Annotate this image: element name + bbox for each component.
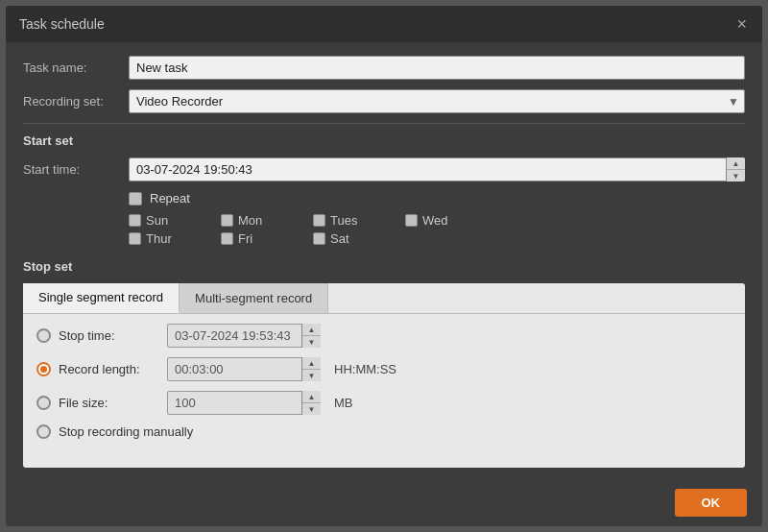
file-size-row: File size: ▲ ▼ MB [36, 391, 732, 415]
record-length-unit: HH:MM:SS [334, 362, 396, 376]
ok-button[interactable]: OK [675, 489, 748, 517]
record-length-radio[interactable] [36, 362, 51, 376]
stop-time-up-button[interactable]: ▲ [302, 324, 321, 336]
day-checkbox-tues[interactable] [313, 214, 325, 227]
repeat-area: Repeat [129, 191, 745, 206]
dialog-title: Task schedule [19, 16, 105, 32]
stop-time-input[interactable] [167, 324, 321, 348]
file-size-spinners: ▲ ▼ [301, 391, 321, 415]
stop-set-area: Single segment record Multi-segment reco… [23, 283, 745, 468]
file-size-up-button[interactable]: ▲ [302, 391, 321, 403]
dialog-footer: OK [6, 481, 762, 526]
stop-options: Stop time: ▲ ▼ Record length: [23, 314, 745, 458]
start-time-wrapper: ▲ ▼ [129, 157, 745, 181]
day-checkbox-thur[interactable] [129, 232, 141, 245]
record-length-label: Record length: [59, 362, 159, 376]
stop-manual-row: Stop recording manually [36, 424, 732, 439]
repeat-checkbox[interactable] [129, 192, 142, 206]
record-length-down-button[interactable]: ▼ [302, 370, 321, 381]
stop-time-label: Stop time: [59, 328, 159, 343]
record-length-spinners: ▲ ▼ [301, 357, 321, 381]
stop-manual-label: Stop recording manually [59, 424, 193, 439]
day-item-thur: Thur [129, 231, 215, 246]
tabs-row: Single segment record Multi-segment reco… [23, 283, 745, 314]
file-size-input[interactable] [167, 391, 321, 415]
start-time-up-button[interactable]: ▲ [727, 157, 745, 170]
start-set-title: Start set [23, 133, 745, 148]
stop-time-spinner-wrapper: ▲ ▼ [167, 324, 321, 348]
divider-1 [23, 123, 745, 124]
task-name-label: Task name: [23, 60, 129, 75]
start-time-down-button[interactable]: ▼ [727, 170, 745, 181]
day-checkbox-wed[interactable] [405, 214, 418, 227]
repeat-label: Repeat [150, 191, 190, 206]
day-label-mon: Mon [238, 213, 262, 228]
day-checkbox-fri[interactable] [221, 232, 233, 245]
recording-set-select[interactable]: Video Recorder [129, 89, 745, 113]
days-grid: Sun Mon Tues Wed Thur Fri [129, 213, 745, 246]
day-checkbox-mon[interactable] [221, 214, 233, 227]
recording-set-row: Recording set: Video Recorder ▼ [23, 89, 745, 113]
recording-set-wrapper: Video Recorder ▼ [129, 89, 745, 113]
task-name-input[interactable] [129, 56, 745, 80]
record-length-row: Record length: ▲ ▼ HH:MM:SS [36, 357, 732, 381]
day-item-tues: Tues [313, 213, 399, 228]
close-button[interactable]: × [734, 15, 749, 33]
stop-time-spinners: ▲ ▼ [301, 324, 321, 348]
tab-single-segment[interactable]: Single segment record [23, 283, 180, 313]
task-schedule-dialog: Task schedule × Task name: Recording set… [5, 5, 763, 527]
file-size-down-button[interactable]: ▼ [302, 403, 321, 415]
day-label-tues: Tues [330, 213, 357, 228]
day-item-sun: Sun [129, 213, 215, 228]
file-size-label: File size: [59, 396, 159, 410]
day-item-fri: Fri [221, 231, 307, 246]
recording-set-label: Recording set: [23, 94, 129, 109]
start-time-input[interactable] [129, 157, 745, 181]
day-label-sat: Sat [330, 231, 349, 246]
stop-time-down-button[interactable]: ▼ [302, 336, 321, 348]
file-size-radio[interactable] [36, 396, 51, 410]
start-time-spinners: ▲ ▼ [726, 157, 745, 181]
day-label-thur: Thur [146, 231, 172, 246]
stop-set-title: Stop set [23, 259, 745, 274]
dialog-body: Task name: Recording set: Video Recorder… [6, 42, 762, 481]
file-size-spinner-wrapper: ▲ ▼ [167, 391, 321, 415]
record-length-spinner-wrapper: ▲ ▼ [167, 357, 321, 381]
record-length-up-button[interactable]: ▲ [302, 357, 321, 370]
day-label-wed: Wed [422, 213, 448, 228]
tab-multi-segment[interactable]: Multi-segment record [180, 283, 328, 313]
dialog-header: Task schedule × [6, 6, 762, 42]
start-time-label: Start time: [23, 162, 129, 177]
start-time-row: Start time: ▲ ▼ [23, 157, 745, 181]
stop-manual-radio[interactable] [36, 424, 51, 439]
task-name-row: Task name: [23, 56, 745, 80]
day-checkbox-sat[interactable] [313, 232, 325, 245]
file-size-unit: MB [334, 396, 353, 410]
day-label-fri: Fri [238, 231, 252, 246]
day-item-sat: Sat [313, 231, 399, 246]
day-item-wed: Wed [405, 213, 492, 228]
stop-time-radio[interactable] [36, 328, 51, 343]
record-length-input[interactable] [167, 357, 321, 381]
stop-time-row: Stop time: ▲ ▼ [36, 324, 732, 348]
day-label-sun: Sun [146, 213, 168, 228]
stop-set-section: Stop set Single segment record Multi-seg… [23, 259, 745, 468]
day-checkbox-sun[interactable] [129, 214, 141, 227]
day-item-mon: Mon [221, 213, 307, 228]
